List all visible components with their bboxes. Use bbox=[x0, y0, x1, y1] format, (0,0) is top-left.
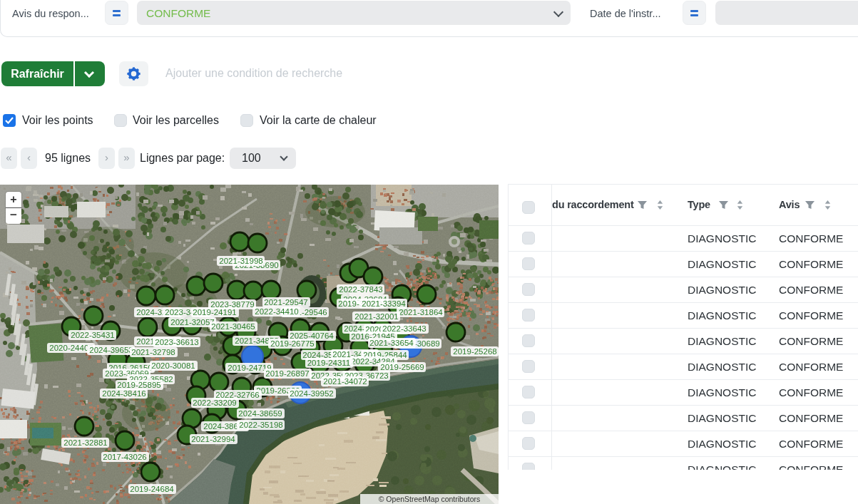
svg-text:2019-24684: 2019-24684 bbox=[130, 485, 174, 493]
svg-text:2021-32057: 2021-32057 bbox=[170, 318, 214, 326]
svg-text:2021-33654: 2021-33654 bbox=[369, 339, 414, 347]
svg-text:2020-30081: 2020-30081 bbox=[151, 361, 195, 370]
svg-text:2021-32994: 2021-32994 bbox=[191, 435, 235, 443]
svg-text:2019-24311: 2019-24311 bbox=[307, 359, 351, 367]
svg-text:2019-25895: 2019-25895 bbox=[117, 381, 160, 389]
svg-text:2021-31998: 2021-31998 bbox=[219, 257, 262, 265]
svg-text:2021-29547: 2021-29547 bbox=[264, 298, 307, 307]
svg-text:2019-25268: 2019-25268 bbox=[453, 347, 496, 356]
svg-text:2024-39653: 2024-39653 bbox=[89, 346, 133, 354]
svg-text:2019-25669: 2019-25669 bbox=[380, 363, 424, 371]
svg-text:2020-24402: 2020-24402 bbox=[49, 344, 93, 352]
svg-text:2019-24191: 2019-24191 bbox=[193, 308, 236, 317]
svg-text:2024-38416: 2024-38416 bbox=[102, 389, 145, 398]
svg-text:2017-43026: 2017-43026 bbox=[103, 453, 146, 461]
svg-text:2019-26897: 2019-26897 bbox=[265, 369, 309, 378]
svg-text:2023-36613: 2023-36613 bbox=[155, 338, 198, 346]
svg-text:2021-32798: 2021-32798 bbox=[131, 348, 175, 356]
svg-text:2021-32881: 2021-32881 bbox=[63, 438, 107, 447]
svg-text:2021-32001: 2021-32001 bbox=[354, 312, 398, 321]
svg-text:2021-31864: 2021-31864 bbox=[399, 308, 443, 317]
svg-text:2022-35198: 2022-35198 bbox=[239, 421, 282, 429]
svg-text:2022-37843: 2022-37843 bbox=[339, 285, 382, 294]
svg-text:2022-33209: 2022-33209 bbox=[193, 398, 236, 407]
svg-text:2024-39952: 2024-39952 bbox=[290, 389, 333, 398]
svg-text:2021-34072: 2021-34072 bbox=[323, 377, 367, 386]
svg-text:2022-34410: 2022-34410 bbox=[255, 307, 298, 316]
svg-text:2021-33394: 2021-33394 bbox=[362, 299, 406, 308]
svg-text:2024-38659: 2024-38659 bbox=[238, 409, 282, 418]
svg-text:2021-30465: 2021-30465 bbox=[211, 322, 255, 331]
svg-text:2019-26775: 2019-26775 bbox=[270, 339, 314, 348]
svg-text:2022-35431: 2022-35431 bbox=[71, 331, 114, 339]
